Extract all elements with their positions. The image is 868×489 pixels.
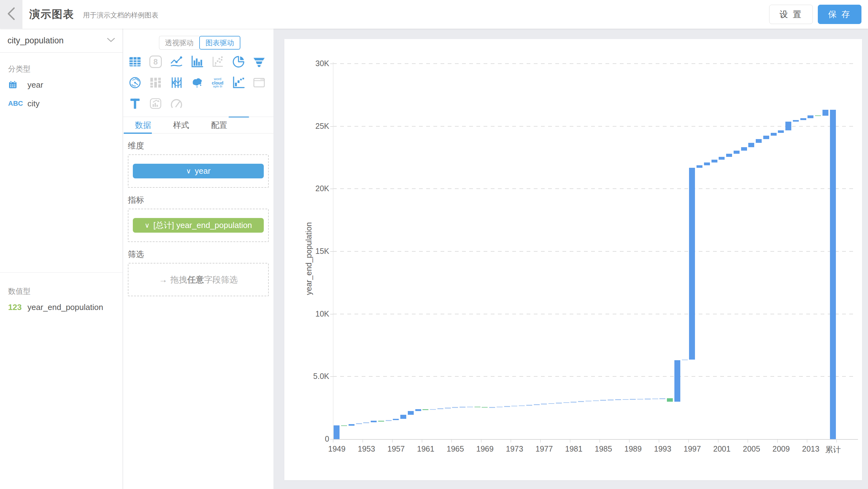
waterfall-bar[interactable]: [600, 400, 606, 401]
waterfall-bar[interactable]: [696, 165, 703, 168]
dataset-selector[interactable]: city_population: [0, 29, 123, 53]
china-map-icon[interactable]: [190, 75, 205, 90]
waterfall-bar[interactable]: [593, 400, 599, 401]
waterfall-bar[interactable]: [408, 411, 414, 415]
waterfall-bar[interactable]: [556, 403, 562, 403]
waterfall-bar[interactable]: [460, 407, 465, 407]
waterfall-bar[interactable]: [549, 403, 554, 404]
field-city[interactable]: ABC city: [0, 96, 123, 111]
waterfall-bar[interactable]: [726, 154, 732, 157]
word-cloud-icon[interactable]: word cloud agile Bi: [210, 75, 225, 90]
waterfall-bar[interactable]: [497, 407, 503, 407]
metric-pill-population[interactable]: ∨ [总计] year_end_population: [133, 218, 264, 233]
waterfall-bar[interactable]: [630, 399, 636, 400]
waterfall-bar[interactable]: [712, 160, 717, 162]
waterfall-bar[interactable]: [541, 403, 547, 404]
waterfall-bar[interactable]: [334, 425, 340, 439]
settings-button[interactable]: 设 置: [769, 5, 813, 24]
waterfall-bar[interactable]: [578, 401, 584, 402]
waterfall-bar[interactable]: [830, 110, 836, 439]
waterfall-bar[interactable]: [534, 404, 540, 405]
waterfall-bar[interactable]: [378, 421, 384, 422]
waterfall-bar[interactable]: [704, 162, 710, 165]
waterfall-bar[interactable]: [511, 406, 517, 407]
waterfall-bar[interactable]: [763, 136, 769, 139]
waterfall-bar[interactable]: [623, 399, 628, 400]
funnel-chart-icon[interactable]: [252, 54, 267, 69]
waterfall-bar[interactable]: [674, 360, 680, 401]
waterfall-bar[interactable]: [756, 139, 762, 143]
waterfall-bar[interactable]: [504, 406, 510, 407]
waterfall-bar[interactable]: [415, 409, 421, 411]
waterfall-bar[interactable]: [682, 360, 688, 361]
waterfall-bar[interactable]: [452, 407, 458, 408]
waterfall-bar[interactable]: [348, 424, 354, 425]
waterfall-bar[interactable]: [667, 398, 673, 401]
waterfall-bar[interactable]: [489, 407, 495, 408]
waterfall-bar[interactable]: [741, 147, 747, 151]
number-chart-icon[interactable]: 8: [148, 54, 163, 69]
parallel-chart-icon[interactable]: [169, 75, 184, 90]
waterfall-bar[interactable]: [356, 423, 362, 424]
iframe-chart-icon[interactable]: [252, 75, 267, 90]
field-year[interactable]: year: [0, 77, 123, 93]
mode-chart[interactable]: 图表驱动: [199, 36, 240, 50]
waterfall-bar[interactable]: [659, 398, 665, 399]
waterfall-bar[interactable]: [570, 402, 577, 403]
waterfall-bar[interactable]: [430, 409, 436, 410]
bar-chart-icon[interactable]: [190, 54, 205, 69]
tab-config[interactable]: 配置: [201, 117, 237, 133]
waterfall-bar[interactable]: [689, 168, 695, 360]
dimension-dropzone[interactable]: ∨ year: [128, 154, 269, 188]
tab-data[interactable]: 数据: [125, 117, 161, 133]
scatter-chart-icon[interactable]: [210, 54, 225, 69]
waterfall-bar[interactable]: [386, 420, 392, 421]
waterfall-bar[interactable]: [748, 143, 754, 147]
combo-chart-icon[interactable]: [148, 96, 163, 111]
waterfall-bar[interactable]: [467, 407, 473, 407]
waterfall-bar[interactable]: [793, 120, 799, 122]
waterfall-bar[interactable]: [608, 399, 614, 400]
waterfall-bar[interactable]: [586, 401, 591, 402]
waterfall-bar[interactable]: [400, 415, 406, 419]
sankey-chart-icon[interactable]: [148, 75, 163, 90]
waterfall-bar[interactable]: [823, 110, 828, 115]
waterfall-bar[interactable]: [652, 399, 658, 399]
waterfall-bar[interactable]: [645, 399, 651, 399]
waterfall-bar[interactable]: [815, 115, 821, 116]
save-button[interactable]: 保 存: [818, 5, 862, 24]
waterfall-bar[interactable]: [363, 422, 369, 423]
pie-chart-icon[interactable]: [231, 54, 246, 69]
mode-pivot[interactable]: 透视驱动: [159, 36, 199, 50]
dimension-pill-year[interactable]: ∨ year: [133, 164, 264, 178]
waterfall-bar[interactable]: [771, 133, 777, 136]
waterfall-bar[interactable]: [785, 122, 791, 130]
gauge-chart-icon[interactable]: [169, 96, 184, 111]
waterfall-bar[interactable]: [474, 407, 480, 407]
waterfall-bar[interactable]: [807, 115, 813, 119]
line-chart-icon[interactable]: [169, 54, 184, 69]
waterfall-bar[interactable]: [526, 405, 532, 406]
tab-style[interactable]: 样式: [163, 117, 199, 133]
waterfall-bar[interactable]: [615, 399, 621, 400]
waterfall-bar[interactable]: [482, 407, 488, 408]
waterfall-bar[interactable]: [800, 118, 806, 120]
waterfall-bar[interactable]: [519, 405, 525, 406]
metric-dropzone[interactable]: ∨ [总计] year_end_population: [128, 209, 269, 242]
waterfall-bar[interactable]: [437, 408, 443, 409]
waterfall-bar[interactable]: [423, 409, 428, 410]
radar-chart-icon[interactable]: [127, 75, 143, 90]
waterfall-bar[interactable]: [341, 425, 347, 426]
field-year-end-population[interactable]: 123 year_end_population: [0, 299, 123, 315]
waterfall-bar[interactable]: [637, 399, 643, 400]
waterfall-chart-icon[interactable]: [231, 75, 246, 90]
table-chart-icon[interactable]: [127, 54, 143, 69]
filter-dropzone[interactable]: →拖拽任意字段筛选: [128, 263, 269, 296]
waterfall-bar[interactable]: [445, 407, 451, 408]
back-button[interactable]: [0, 0, 23, 29]
text-chart-icon[interactable]: [127, 96, 143, 111]
waterfall-bar[interactable]: [778, 130, 784, 133]
waterfall-bar[interactable]: [719, 157, 724, 160]
waterfall-bar[interactable]: [563, 402, 569, 403]
waterfall-bar[interactable]: [734, 151, 740, 154]
